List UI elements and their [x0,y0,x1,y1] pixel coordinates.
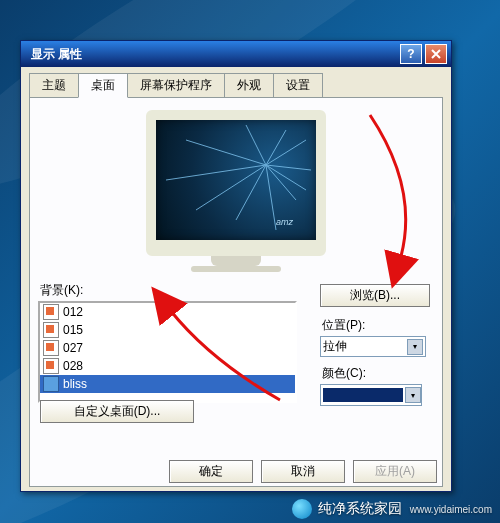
html-file-icon [43,304,59,320]
tab-label: 屏幕保护程序 [140,78,212,92]
customize-desktop-button[interactable]: 自定义桌面(D)... [40,400,194,423]
wallpaper-crack-icon: amz [156,120,316,240]
button-label: 浏览(B)... [350,288,400,302]
titlebar[interactable]: 显示 属性 ? [21,41,451,67]
select-value: 拉伸 [323,338,347,355]
color-picker[interactable]: ▾ [320,384,422,406]
help-button[interactable]: ? [400,44,422,64]
position-label: 位置(P): [322,317,430,334]
html-file-icon [43,358,59,374]
cancel-button[interactable]: 取消 [261,460,345,483]
tab-label: 外观 [237,78,261,92]
tab-settings[interactable]: 设置 [273,73,323,97]
watermark-logo-icon [292,499,312,519]
color-label: 颜色(C): [322,365,430,382]
wallpaper-brand-text: amz [276,217,294,227]
apply-button[interactable]: 应用(A) [353,460,437,483]
preview-screen: amz [146,110,326,256]
list-item[interactable]: 015 [40,321,295,339]
html-file-icon [43,322,59,338]
list-item-label: bliss [63,377,87,391]
window-title: 显示 属性 [25,46,397,63]
watermark: 纯净系统家园 www.yidaimei.com [292,499,492,519]
tab-screensaver[interactable]: 屏幕保护程序 [127,73,225,97]
list-item[interactable]: 027 [40,339,295,357]
position-select[interactable]: 拉伸 ▾ [320,336,426,357]
close-icon [431,49,441,59]
background-list[interactable]: 012 015 027 028 bliss [38,301,297,403]
tab-label: 设置 [286,78,310,92]
button-label: 确定 [199,464,223,478]
tab-content-desktop: amz 背景(K): 012 015 027 028 bliss 浏览(B)..… [29,97,443,487]
list-item[interactable]: 012 [40,303,295,321]
list-item-label: 015 [63,323,83,337]
tab-label: 主题 [42,78,66,92]
chevron-down-icon: ▾ [405,387,421,403]
tab-strip: 主题 桌面 屏幕保护程序 外观 设置 [21,67,451,97]
tab-theme[interactable]: 主题 [29,73,79,97]
watermark-brand: 纯净系统家园 [318,500,402,518]
dialog-button-row: 确定 取消 应用(A) [21,460,451,483]
bmp-file-icon [43,376,59,392]
ok-button[interactable]: 确定 [169,460,253,483]
tab-appearance[interactable]: 外观 [224,73,274,97]
button-label: 应用(A) [375,464,415,478]
list-item-label: 012 [63,305,83,319]
html-file-icon [43,340,59,356]
list-item-label: 028 [63,359,83,373]
button-label: 取消 [291,464,315,478]
display-properties-dialog: 显示 属性 ? 主题 桌面 屏幕保护程序 外观 设置 amz [20,40,452,492]
list-item[interactable]: 028 [40,357,295,375]
chevron-down-icon: ▾ [407,339,423,355]
tab-label: 桌面 [91,78,115,92]
list-item-label: 027 [63,341,83,355]
browse-button[interactable]: 浏览(B)... [320,284,430,307]
watermark-url: www.yidaimei.com [410,504,492,515]
preview-monitor: amz [146,110,326,272]
button-label: 自定义桌面(D)... [74,404,161,418]
list-item-selected[interactable]: bliss [40,375,295,393]
tab-desktop[interactable]: 桌面 [78,73,128,98]
color-swatch [323,388,403,402]
close-button[interactable] [425,44,447,64]
